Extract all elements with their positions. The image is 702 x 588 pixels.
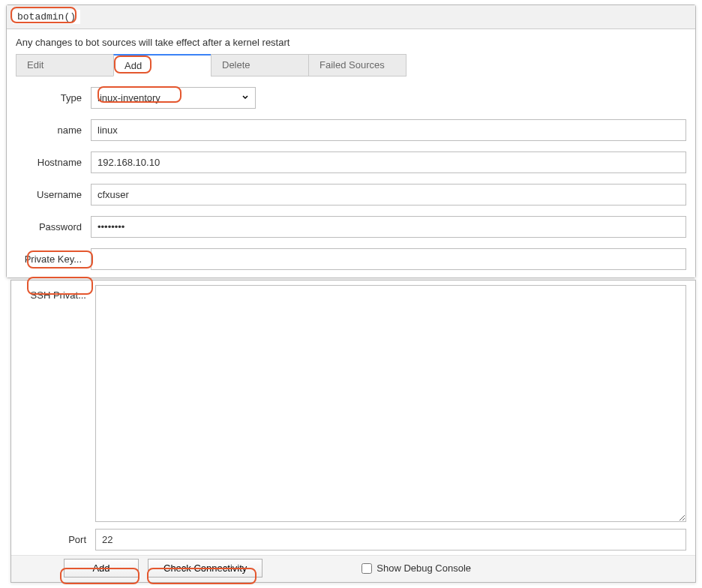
input-hostname[interactable]: [91, 152, 686, 173]
row-username: Username: [16, 184, 686, 206]
tab-failed-sources[interactable]: Failed Sources: [308, 54, 406, 76]
textarea-ssh-private-key[interactable]: [95, 285, 686, 522]
input-name[interactable]: [91, 119, 686, 141]
label-name: name: [16, 124, 91, 136]
code-cell-bar: botadmin(): [7, 5, 695, 29]
notice-text: Any changes to bot sources will take eff…: [7, 29, 695, 54]
tab-edit[interactable]: Edit: [16, 54, 114, 76]
label-username: Username: [16, 189, 91, 200]
input-password[interactable]: [91, 216, 686, 238]
debug-label: Show Debug Console: [376, 562, 471, 574]
bottom-panel: SSH Privat... Port Add Check Connectivit…: [10, 280, 696, 583]
show-debug-console[interactable]: Show Debug Console: [362, 562, 471, 574]
label-hostname: Hostname: [16, 157, 91, 168]
top-panel: botadmin() Any changes to bot sources wi…: [6, 4, 696, 278]
input-username[interactable]: [91, 184, 686, 206]
row-port: Port: [11, 529, 695, 555]
add-button[interactable]: Add: [64, 559, 139, 578]
label-ssh: SSH Privat...: [20, 285, 95, 301]
row-ssh: SSH Privat...: [11, 280, 695, 529]
code-cell[interactable]: botadmin(): [13, 10, 80, 24]
select-type[interactable]: linux-inventory: [91, 87, 256, 109]
footer-bar: Add Check Connectivity Show Debug Consol…: [11, 555, 695, 582]
debug-checkbox[interactable]: [362, 563, 372, 574]
row-type: Type linux-inventory: [16, 87, 686, 109]
tab-bar: Edit Add Delete Failed Sources: [7, 54, 695, 76]
row-hostname: Hostname: [16, 152, 686, 173]
label-privatekey: Private Key...: [16, 254, 91, 265]
tab-delete[interactable]: Delete: [211, 54, 309, 76]
select-type-wrap: linux-inventory: [91, 87, 256, 109]
check-connectivity-button[interactable]: Check Connectivity: [148, 559, 262, 578]
label-port: Port: [20, 534, 95, 545]
input-privatekey[interactable]: [91, 248, 686, 270]
label-password: Password: [16, 221, 91, 232]
tab-add[interactable]: Add: [113, 54, 212, 76]
row-name: name: [16, 119, 686, 141]
label-type: Type: [16, 92, 91, 104]
row-privatekey: Private Key...: [16, 248, 686, 270]
input-port[interactable]: [95, 529, 686, 550]
row-password: Password: [16, 216, 686, 238]
form: Type linux-inventory name Hostname: [7, 76, 695, 278]
